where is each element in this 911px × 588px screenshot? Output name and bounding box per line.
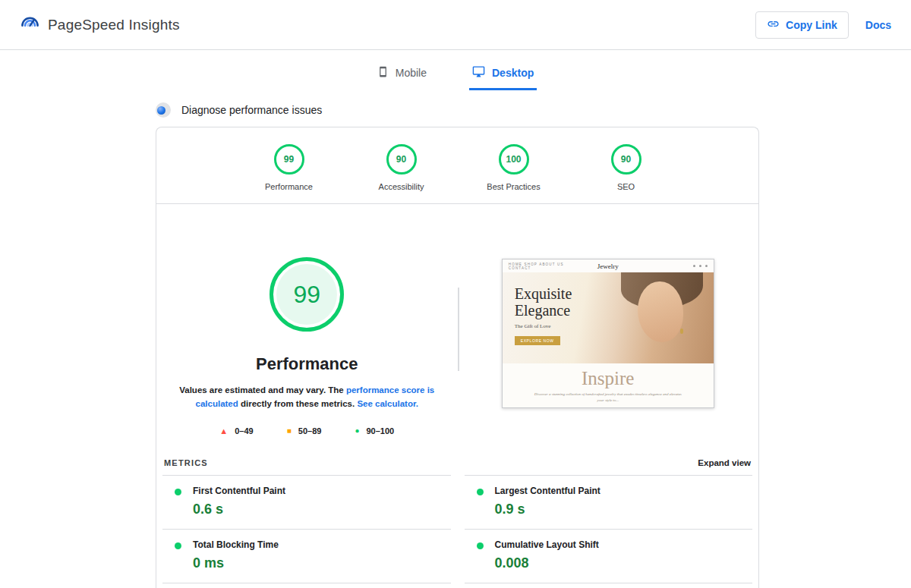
model-face-shape [638,281,683,342]
thumb-nav-links: HOME SHOP ABOUT US CONTACT [509,263,575,270]
legend-range: 0–49 [235,426,253,435]
score-description: Values are estimated and may vary. The p… [176,384,438,411]
desktop-monitor-icon [472,65,485,80]
docs-link[interactable]: Docs [865,19,891,31]
tab-desktop[interactable]: Desktop [469,59,537,90]
metric-row-spacer [465,583,753,583]
copy-link-button[interactable]: Copy Link [755,11,849,39]
metric-name: Cumulative Layout Shift [495,539,753,550]
category-scores: 99 Performance 90 Accessibility 100 Best… [156,127,758,204]
thumb-headline: Elegance [515,303,572,319]
diagnose-row: Diagnose performance issues [156,102,911,118]
score-label: SEO [617,182,635,191]
thumb-inspire-section: Inspire Discover a stunning collection o… [503,363,714,407]
metric-row: First Contentful Paint 0.6 s [162,475,451,529]
legend-range: 50–89 [298,426,322,435]
score-gauge-performance[interactable]: 99 Performance [254,144,324,191]
score-ring: 99 [274,144,304,175]
metric-pass-dot-icon [477,542,484,549]
desc-text: directly from these metrics. [238,399,358,408]
metrics-column-left: First Contentful Paint 0.6 s Total Block… [162,475,451,588]
legend-fail: ▲ 0–49 [219,426,253,435]
desc-text: Values are estimated and may vary. The [179,385,346,395]
metric-pass-dot-icon [477,489,484,495]
metric-value: 0.6 s [193,502,451,517]
score-gauge-best-practices[interactable]: 100 Best Practices [479,144,549,191]
metrics-grid: First Contentful Paint 0.6 s Total Block… [156,475,758,588]
header-actions: Copy Link Docs [755,11,891,39]
metric-row: Cumulative Layout Shift 0.008 [465,529,753,583]
expand-view-button[interactable]: Expand view [698,458,751,467]
thumb-hero: Exquisite Elegance The Gift of Love EXPL… [503,272,714,363]
metric-row: Speed Index 0.6 s [162,583,451,588]
score-value: 100 [506,154,521,165]
metric-row: Total Blocking Time 0 ms [162,529,451,583]
metric-name: First Contentful Paint [193,486,451,496]
copy-link-label: Copy Link [786,19,837,31]
thumb-nav-icons [641,265,708,267]
score-value: 99 [284,154,294,165]
score-ring: 90 [386,144,417,175]
thumb-inspire-caption: Discover a stunning collection of handcr… [532,391,684,403]
link-icon [767,17,780,33]
metric-name: Total Blocking Time [193,539,451,550]
thumb-headline: Exquisite [515,286,572,303]
metric-value: 0.008 [495,555,753,571]
legend-average: ■ 50–89 [287,426,322,435]
metric-value: 0.9 s [495,502,753,517]
score-label: Performance [265,182,313,191]
score-gauge-seo[interactable]: 90 SEO [591,144,661,191]
metrics-header: METRICS Expand view [156,435,758,475]
app-brand[interactable]: PageSpeed Insights [20,13,180,36]
pass-circle-icon: ● [355,426,359,435]
thumb-hero-text: Exquisite Elegance The Gift of Love EXPL… [515,286,572,345]
metric-value: 0 ms [193,555,451,571]
metric-name: Largest Contentful Paint [495,486,753,496]
metric-pass-dot-icon [175,489,181,495]
score-ring: 100 [499,144,529,175]
score-ring: 90 [611,144,641,175]
page-screenshot-thumbnail: HOME SHOP ABOUT US CONTACT Jewelry Exqui… [502,259,714,408]
performance-title: Performance [256,354,358,374]
thumb-site-logo: Jewelry [575,263,641,270]
section-divider [458,288,459,371]
model-earring-shape [680,329,683,334]
app-title: PageSpeed Insights [48,17,180,33]
device-tabs: Mobile Desktop [0,59,911,90]
diagnose-label: Diagnose performance issues [181,104,322,116]
report-card: 99 Performance 90 Accessibility 100 Best… [156,127,759,588]
legend-range: 90–100 [366,426,394,435]
performance-gauge: 99 [270,257,344,332]
performance-overview: 99 Performance Values are estimated and … [156,204,758,435]
score-label: Accessibility [379,182,424,191]
smartphone-icon [377,66,389,80]
performance-gauge-section: 99 Performance Values are estimated and … [156,204,458,435]
tab-mobile[interactable]: Mobile [374,59,430,90]
score-legend: ▲ 0–49 ■ 50–89 ● 90–100 [219,426,394,435]
page-screenshot-section: HOME SHOP ABOUT US CONTACT Jewelry Exqui… [458,204,759,435]
fail-triangle-icon: ▲ [219,426,228,435]
tab-desktop-label: Desktop [492,67,534,79]
legend-pass: ● 90–100 [355,426,394,435]
diagnose-orb-icon [156,102,171,118]
metric-row: Largest Contentful Paint 0.9 s [465,475,753,529]
score-value: 90 [396,154,406,165]
pagespeed-gauge-logo-icon [20,13,40,36]
see-calculator-link[interactable]: See calculator. [357,399,418,408]
score-label: Best Practices [487,182,540,191]
thumb-inspire-heading: Inspire [582,368,634,389]
thumb-tagline: The Gift of Love [515,323,572,329]
average-square-icon: ■ [287,426,292,435]
metrics-section-label: METRICS [164,458,208,467]
score-gauge-accessibility[interactable]: 90 Accessibility [367,144,437,191]
score-value: 90 [621,154,631,165]
thumb-cta-button: EXPLORE NOW [515,336,560,345]
tab-mobile-label: Mobile [396,67,427,79]
metrics-column-right: Largest Contentful Paint 0.9 s Cumulativ… [465,475,753,588]
performance-score: 99 [293,281,320,309]
thumb-nav-bar: HOME SHOP ABOUT US CONTACT Jewelry [503,259,714,272]
metric-pass-dot-icon [175,542,181,549]
app-header: PageSpeed Insights Copy Link Docs [0,0,911,50]
